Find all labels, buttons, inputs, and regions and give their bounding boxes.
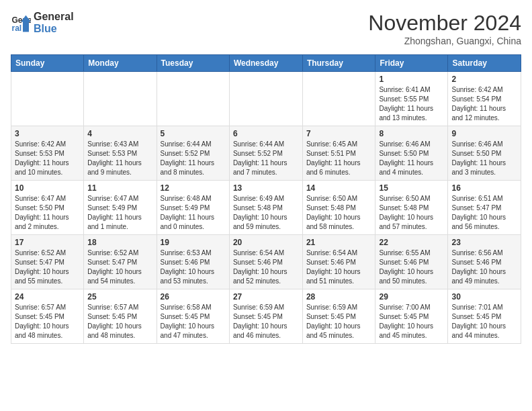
logo-line2: Blue [34,23,74,35]
calendar-cell: 9Sunrise: 6:46 AM Sunset: 5:50 PM Daylig… [448,126,521,181]
day-info: Sunrise: 6:44 AM Sunset: 5:52 PM Dayligh… [233,140,299,177]
page-header: Gene ral General Blue November 2024 Zhon… [11,11,521,46]
day-number: 11 [87,183,152,193]
calendar-cell: 22Sunrise: 6:55 AM Sunset: 5:46 PM Dayli… [375,235,448,289]
calendar-cell: 2Sunrise: 6:42 AM Sunset: 5:54 PM Daylig… [448,72,521,126]
calendar-cell: 11Sunrise: 6:47 AM Sunset: 5:49 PM Dayli… [84,181,157,235]
title-block: November 2024 Zhongshan, Guangxi, China [368,11,521,46]
day-info: Sunrise: 6:48 AM Sunset: 5:49 PM Dayligh… [161,194,226,232]
weekday-header: Friday [375,55,448,72]
day-info: Sunrise: 6:50 AM Sunset: 5:48 PM Dayligh… [379,194,444,232]
day-number: 23 [451,238,517,247]
day-info: Sunrise: 6:52 AM Sunset: 5:47 PM Dayligh… [87,248,152,286]
calendar-week-row: 17Sunrise: 6:52 AM Sunset: 5:47 PM Dayli… [11,235,521,289]
calendar-cell: 27Sunrise: 6:59 AM Sunset: 5:45 PM Dayli… [229,289,302,344]
day-number: 2 [451,75,517,84]
day-number: 12 [161,183,226,193]
calendar-cell: 28Sunrise: 6:59 AM Sunset: 5:45 PM Dayli… [302,289,375,344]
calendar-cell: 24Sunrise: 6:57 AM Sunset: 5:45 PM Dayli… [11,289,84,344]
calendar-cell: 4Sunrise: 6:43 AM Sunset: 5:53 PM Daylig… [84,126,157,181]
day-number: 16 [451,183,517,193]
day-info: Sunrise: 6:46 AM Sunset: 5:50 PM Dayligh… [379,140,444,177]
day-number: 24 [15,292,80,302]
day-number: 3 [15,129,80,138]
day-info: Sunrise: 6:51 AM Sunset: 5:47 PM Dayligh… [451,194,517,232]
day-number: 27 [233,292,299,302]
calendar-cell [11,72,84,126]
day-info: Sunrise: 6:58 AM Sunset: 5:45 PM Dayligh… [161,303,226,340]
weekday-header: Sunday [11,55,84,72]
calendar-week-row: 1Sunrise: 6:41 AM Sunset: 5:55 PM Daylig… [11,72,521,126]
calendar-cell: 3Sunrise: 6:42 AM Sunset: 5:53 PM Daylig… [11,126,84,181]
day-info: Sunrise: 6:45 AM Sunset: 5:51 PM Dayligh… [306,140,372,177]
calendar-cell: 10Sunrise: 6:47 AM Sunset: 5:50 PM Dayli… [11,181,84,235]
day-number: 14 [306,183,372,193]
location: Zhongshan, Guangxi, China [368,36,521,46]
day-info: Sunrise: 6:42 AM Sunset: 5:53 PM Dayligh… [15,140,80,177]
weekday-header: Tuesday [157,55,229,72]
day-number: 25 [87,292,152,302]
calendar-cell: 29Sunrise: 7:00 AM Sunset: 5:45 PM Dayli… [375,289,448,344]
calendar-week-row: 24Sunrise: 6:57 AM Sunset: 5:45 PM Dayli… [11,289,521,344]
day-info: Sunrise: 6:54 AM Sunset: 5:46 PM Dayligh… [233,248,299,286]
day-number: 15 [379,183,444,193]
day-info: Sunrise: 6:46 AM Sunset: 5:50 PM Dayligh… [451,140,517,177]
day-number: 10 [15,183,80,193]
day-number: 20 [233,238,299,247]
calendar-cell: 6Sunrise: 6:44 AM Sunset: 5:52 PM Daylig… [229,126,302,181]
logo-icon: Gene ral [11,13,31,33]
calendar-cell: 23Sunrise: 6:56 AM Sunset: 5:46 PM Dayli… [448,235,521,289]
svg-text:ral: ral [12,24,22,33]
calendar-week-row: 3Sunrise: 6:42 AM Sunset: 5:53 PM Daylig… [11,126,521,181]
calendar-header-row: SundayMondayTuesdayWednesdayThursdayFrid… [11,55,521,72]
calendar-cell: 14Sunrise: 6:50 AM Sunset: 5:48 PM Dayli… [302,181,375,235]
calendar-cell: 15Sunrise: 6:50 AM Sunset: 5:48 PM Dayli… [375,181,448,235]
calendar-cell: 8Sunrise: 6:46 AM Sunset: 5:50 PM Daylig… [375,126,448,181]
day-number: 7 [306,129,372,138]
calendar-cell: 7Sunrise: 6:45 AM Sunset: 5:51 PM Daylig… [302,126,375,181]
day-number: 19 [161,238,226,247]
day-number: 26 [161,292,226,302]
day-number: 17 [15,238,80,247]
day-number: 6 [233,129,299,138]
weekday-header: Thursday [302,55,375,72]
day-info: Sunrise: 6:49 AM Sunset: 5:48 PM Dayligh… [233,194,299,232]
calendar-cell [157,72,229,126]
day-number: 8 [379,129,444,138]
calendar-cell [84,72,157,126]
calendar-cell: 17Sunrise: 6:52 AM Sunset: 5:47 PM Dayli… [11,235,84,289]
calendar-week-row: 10Sunrise: 6:47 AM Sunset: 5:50 PM Dayli… [11,181,521,235]
calendar-cell: 20Sunrise: 6:54 AM Sunset: 5:46 PM Dayli… [229,235,302,289]
calendar-cell: 30Sunrise: 7:01 AM Sunset: 5:45 PM Dayli… [448,289,521,344]
day-info: Sunrise: 6:55 AM Sunset: 5:46 PM Dayligh… [379,248,444,286]
day-info: Sunrise: 6:57 AM Sunset: 5:45 PM Dayligh… [15,303,80,340]
calendar-cell [229,72,302,126]
day-number: 5 [161,129,226,138]
calendar-cell: 16Sunrise: 6:51 AM Sunset: 5:47 PM Dayli… [448,181,521,235]
day-number: 1 [379,75,444,84]
day-info: Sunrise: 6:42 AM Sunset: 5:54 PM Dayligh… [451,85,517,123]
day-number: 22 [379,238,444,247]
logo: Gene ral General Blue [11,11,74,35]
weekday-header: Wednesday [229,55,302,72]
calendar-cell: 5Sunrise: 6:44 AM Sunset: 5:52 PM Daylig… [157,126,229,181]
day-info: Sunrise: 6:47 AM Sunset: 5:49 PM Dayligh… [87,194,152,232]
calendar-table: SundayMondayTuesdayWednesdayThursdayFrid… [11,54,521,344]
day-info: Sunrise: 6:57 AM Sunset: 5:45 PM Dayligh… [87,303,152,340]
calendar-cell: 25Sunrise: 6:57 AM Sunset: 5:45 PM Dayli… [84,289,157,344]
day-number: 30 [451,292,517,302]
day-info: Sunrise: 6:56 AM Sunset: 5:46 PM Dayligh… [451,248,517,286]
calendar-cell: 26Sunrise: 6:58 AM Sunset: 5:45 PM Dayli… [157,289,229,344]
day-info: Sunrise: 7:00 AM Sunset: 5:45 PM Dayligh… [379,303,444,340]
day-info: Sunrise: 6:41 AM Sunset: 5:55 PM Dayligh… [379,85,444,123]
day-info: Sunrise: 6:54 AM Sunset: 5:46 PM Dayligh… [306,248,372,286]
day-info: Sunrise: 6:47 AM Sunset: 5:50 PM Dayligh… [15,194,80,232]
logo-line1: General [34,11,74,23]
month-title: November 2024 [368,11,521,36]
weekday-header: Monday [84,55,157,72]
calendar-cell: 13Sunrise: 6:49 AM Sunset: 5:48 PM Dayli… [229,181,302,235]
calendar-cell: 18Sunrise: 6:52 AM Sunset: 5:47 PM Dayli… [84,235,157,289]
day-number: 28 [306,292,372,302]
day-info: Sunrise: 6:59 AM Sunset: 5:45 PM Dayligh… [306,303,372,340]
calendar-cell: 12Sunrise: 6:48 AM Sunset: 5:49 PM Dayli… [157,181,229,235]
